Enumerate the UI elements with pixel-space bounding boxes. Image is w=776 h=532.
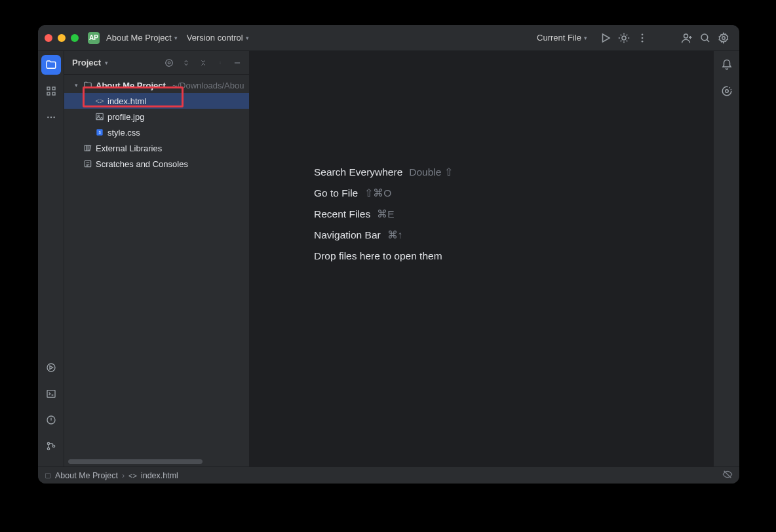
right-tool-strip [713,51,739,466]
run-button[interactable] [596,29,615,47]
welcome-shortcut: ⌘E [377,208,394,220]
welcome-label: Drop files here to open them [314,250,442,262]
svg-point-6 [722,36,726,39]
welcome-shortcut: ⇧⌘O [364,187,391,199]
search-button[interactable] [696,29,714,47]
welcome-label: Search Everywhere [314,166,402,178]
welcome-row: Recent Files ⌘E [314,208,453,220]
scratches-icon [83,159,93,169]
status-bar: ▢ About Me Project › <> index.html [38,466,739,484]
folder-icon [83,80,93,90]
svg-point-19 [52,445,54,447]
svg-rect-10 [52,92,55,95]
editor-area[interactable]: Search Everywhere Double ⇧ Go to File ⇧⌘… [250,51,713,466]
services-tool-button[interactable] [41,358,61,377]
chevron-right-icon: › [122,471,125,480]
welcome-row: Search Everywhere Double ⇧ [314,166,453,178]
ide-window: AP About Me Project ▾ Version control ▾ … [38,25,739,484]
svg-rect-8 [52,87,55,90]
select-opened-file-button[interactable] [163,58,176,67]
tree-scratches-label: Scratches and Consoles [96,159,188,169]
expand-all-button[interactable] [180,59,193,67]
ai-assistant-button[interactable] [717,81,737,101]
tree-project-root[interactable]: ▾ About Me Project ~/Downloads/Abou [64,77,249,93]
tree-scratches[interactable]: Scratches and Consoles [64,156,249,172]
tree-root-path: ~/Downloads/Abou [172,81,244,90]
panel-options-button[interactable] [214,58,227,67]
svg-point-5 [701,34,708,41]
tree-file-index-html[interactable]: <> index.html [64,93,249,109]
project-dropdown[interactable]: AP About Me Project ▾ [88,32,178,44]
chevron-down-icon[interactable]: ▾ [105,60,108,66]
svg-point-17 [47,442,49,444]
welcome-label: Navigation Bar [314,229,381,241]
svg-text:3: 3 [98,130,100,134]
svg-point-24 [220,63,221,64]
tree-file-label: index.html [107,96,146,106]
tree-file-label: profile.jpg [107,112,144,122]
project-tree[interactable]: ▾ About Me Project ~/Downloads/Abou <> i… [64,75,249,466]
debug-button[interactable] [615,29,633,47]
welcome-row: Navigation Bar ⌘↑ [314,229,453,241]
svg-point-20 [166,59,173,66]
structure-tool-button[interactable] [41,81,61,101]
tree-external-label: External Libraries [96,143,162,153]
close-window-button[interactable] [45,34,52,42]
tree-file-style-css[interactable]: 3 style.css [64,124,249,140]
svg-point-11 [47,117,48,118]
tree-horizontal-scrollbar[interactable] [68,459,203,464]
breadcrumb-file[interactable]: index.html [141,471,178,480]
project-name-label: About Me Project [106,33,172,43]
svg-point-12 [50,117,51,118]
svg-point-18 [47,447,49,449]
inspection-indicator[interactable] [722,469,733,482]
code-with-me-button[interactable] [678,29,696,47]
svg-point-21 [168,62,170,64]
libraries-icon [83,143,93,153]
git-tool-button[interactable] [41,436,61,456]
vcs-dropdown[interactable]: Version control ▾ [187,33,249,43]
welcome-shortcuts: Search Everywhere Double ⇧ Go to File ⇧⌘… [314,166,453,262]
project-tool-button[interactable] [41,55,61,75]
notifications-button[interactable] [717,55,737,75]
problems-tool-button[interactable] [41,410,61,430]
project-panel-header: Project ▾ [64,51,249,75]
tree-file-profile-jpg[interactable]: profile.jpg [64,109,249,124]
welcome-label: Recent Files [314,208,370,220]
svg-point-30 [725,90,728,93]
html-file-icon: <> [94,96,105,106]
svg-point-2 [642,37,644,39]
welcome-row: Drop files here to open them [314,250,453,262]
chevron-down-icon: ▾ [584,35,587,41]
welcome-row: Go to File ⇧⌘O [314,187,453,199]
zoom-window-button[interactable] [71,34,79,42]
run-config-dropdown[interactable]: Current File ▾ [537,33,587,43]
svg-point-1 [642,33,644,35]
minimize-window-button[interactable] [58,34,66,42]
left-tool-strip [38,51,64,466]
vcs-label: Version control [187,33,243,43]
chevron-down-icon: ▾ [174,35,178,41]
hide-panel-button[interactable] [231,58,244,67]
terminal-tool-button[interactable] [41,384,61,404]
project-panel-title: Project [72,58,101,67]
project-badge: AP [88,32,100,44]
chevron-down-icon[interactable]: ▾ [72,82,80,88]
collapse-all-button[interactable] [197,59,210,67]
svg-point-22 [220,62,221,62]
svg-rect-9 [47,92,50,95]
more-tools-button[interactable] [41,107,61,127]
body: Project ▾ [38,51,739,466]
image-file-icon [94,111,105,122]
run-config-label: Current File [537,33,581,43]
svg-point-0 [622,36,626,40]
tree-root-label: About Me Project [96,81,166,90]
project-panel: Project ▾ [64,51,250,466]
window-controls [45,34,79,42]
tree-external-libraries[interactable]: External Libraries [64,140,249,156]
svg-point-13 [53,117,54,118]
breadcrumb-project[interactable]: About Me Project [55,471,118,480]
settings-button[interactable] [714,29,733,47]
more-button[interactable] [633,29,651,47]
welcome-shortcut: Double ⇧ [409,166,452,178]
